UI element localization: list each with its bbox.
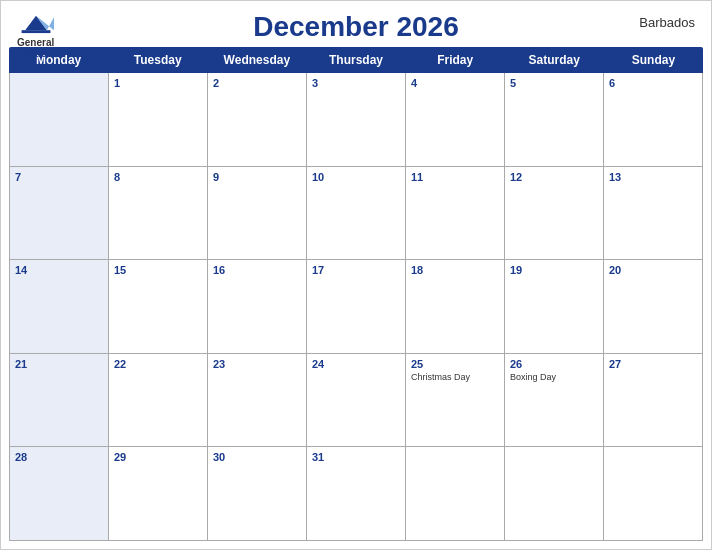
logo: General Blue bbox=[17, 9, 54, 59]
day-cell: 15 bbox=[109, 260, 208, 354]
day-number: 10 bbox=[312, 171, 400, 183]
day-number: 19 bbox=[510, 264, 598, 276]
day-number: 8 bbox=[114, 171, 202, 183]
day-cell bbox=[406, 447, 505, 541]
day-cell: 13 bbox=[604, 167, 703, 261]
day-cell: 25Christmas Day bbox=[406, 354, 505, 448]
day-number: 7 bbox=[15, 171, 103, 183]
day-number: 2 bbox=[213, 77, 301, 89]
day-number: 14 bbox=[15, 264, 103, 276]
day-number: 5 bbox=[510, 77, 598, 89]
day-cell: 29 bbox=[109, 447, 208, 541]
day-header-wednesday: Wednesday bbox=[207, 47, 306, 73]
day-cell: 2 bbox=[208, 73, 307, 167]
day-number: 15 bbox=[114, 264, 202, 276]
day-cell: 10 bbox=[307, 167, 406, 261]
day-number: 16 bbox=[213, 264, 301, 276]
logo-icon bbox=[18, 9, 54, 37]
week-row-4: 2122232425Christmas Day26Boxing Day27 bbox=[9, 354, 703, 448]
day-cell: 24 bbox=[307, 354, 406, 448]
day-cell: 20 bbox=[604, 260, 703, 354]
day-cell: 8 bbox=[109, 167, 208, 261]
day-number: 28 bbox=[15, 451, 103, 463]
day-number: 4 bbox=[411, 77, 499, 89]
day-cell bbox=[604, 447, 703, 541]
logo-blue-text: Blue bbox=[25, 48, 47, 59]
day-number: 22 bbox=[114, 358, 202, 370]
day-header-thursday: Thursday bbox=[306, 47, 405, 73]
day-cell: 3 bbox=[307, 73, 406, 167]
day-number: 29 bbox=[114, 451, 202, 463]
day-cell: 30 bbox=[208, 447, 307, 541]
day-cell: 4 bbox=[406, 73, 505, 167]
day-cell: 12 bbox=[505, 167, 604, 261]
day-cell: 14 bbox=[10, 260, 109, 354]
day-number: 26 bbox=[510, 358, 598, 370]
day-header-sunday: Sunday bbox=[604, 47, 703, 73]
svg-rect-2 bbox=[21, 30, 50, 33]
day-cell: 1 bbox=[109, 73, 208, 167]
day-cell: 16 bbox=[208, 260, 307, 354]
day-number: 27 bbox=[609, 358, 697, 370]
day-cell: 7 bbox=[10, 167, 109, 261]
day-number: 24 bbox=[312, 358, 400, 370]
day-number: 30 bbox=[213, 451, 301, 463]
day-number: 11 bbox=[411, 171, 499, 183]
day-cell: 31 bbox=[307, 447, 406, 541]
logo-general-text: General bbox=[17, 37, 54, 48]
day-cell: 27 bbox=[604, 354, 703, 448]
day-cell: 11 bbox=[406, 167, 505, 261]
day-cell: 17 bbox=[307, 260, 406, 354]
day-cell: 18 bbox=[406, 260, 505, 354]
day-cell: 5 bbox=[505, 73, 604, 167]
country-label: Barbados bbox=[639, 15, 695, 30]
day-cell: 21 bbox=[10, 354, 109, 448]
day-number: 23 bbox=[213, 358, 301, 370]
day-number: 9 bbox=[213, 171, 301, 183]
day-number: 25 bbox=[411, 358, 499, 370]
calendar-grid: MondayTuesdayWednesdayThursdayFridaySatu… bbox=[1, 47, 711, 549]
month-title: December 2026 bbox=[253, 11, 458, 43]
day-number: 20 bbox=[609, 264, 697, 276]
day-cell: 28 bbox=[10, 447, 109, 541]
week-row-5: 28293031 bbox=[9, 447, 703, 541]
day-header-tuesday: Tuesday bbox=[108, 47, 207, 73]
holiday-name: Boxing Day bbox=[510, 372, 598, 382]
week-row-3: 14151617181920 bbox=[9, 260, 703, 354]
day-cell: 23 bbox=[208, 354, 307, 448]
day-header-saturday: Saturday bbox=[505, 47, 604, 73]
week-row-2: 78910111213 bbox=[9, 167, 703, 261]
day-headers: MondayTuesdayWednesdayThursdayFridaySatu… bbox=[9, 47, 703, 73]
calendar: General Blue December 2026 Barbados Mond… bbox=[0, 0, 712, 550]
day-number: 17 bbox=[312, 264, 400, 276]
weeks-container: 1234567891011121314151617181920212223242… bbox=[9, 73, 703, 541]
day-cell: 26Boxing Day bbox=[505, 354, 604, 448]
day-number: 13 bbox=[609, 171, 697, 183]
day-number: 12 bbox=[510, 171, 598, 183]
day-cell: 9 bbox=[208, 167, 307, 261]
holiday-name: Christmas Day bbox=[411, 372, 499, 382]
day-number: 3 bbox=[312, 77, 400, 89]
day-cell bbox=[505, 447, 604, 541]
day-number: 21 bbox=[15, 358, 103, 370]
day-number: 18 bbox=[411, 264, 499, 276]
week-row-1: 123456 bbox=[9, 73, 703, 167]
calendar-header: General Blue December 2026 Barbados bbox=[1, 1, 711, 47]
day-header-friday: Friday bbox=[406, 47, 505, 73]
day-cell bbox=[10, 73, 109, 167]
day-number: 1 bbox=[114, 77, 202, 89]
day-number: 31 bbox=[312, 451, 400, 463]
day-cell: 6 bbox=[604, 73, 703, 167]
day-number: 6 bbox=[609, 77, 697, 89]
day-cell: 19 bbox=[505, 260, 604, 354]
day-cell: 22 bbox=[109, 354, 208, 448]
